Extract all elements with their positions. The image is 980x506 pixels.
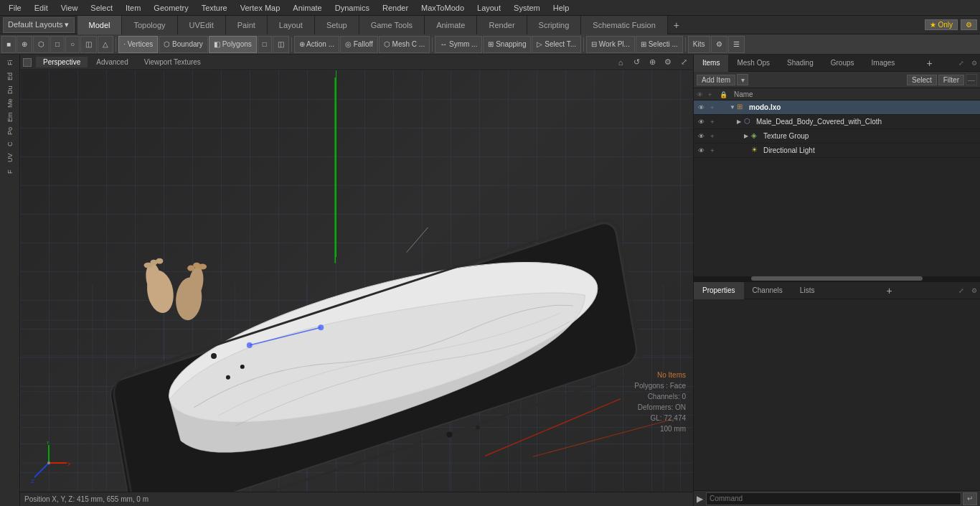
left-btn-ed[interactable]: Ed xyxy=(1,70,19,83)
tab-topology[interactable]: Topology xyxy=(122,16,177,34)
item-expand-icon[interactable]: ▶ xyxy=(737,118,744,125)
toolbar-icon4[interactable]: □ xyxy=(50,36,65,53)
menu-help[interactable]: Help xyxy=(547,0,575,16)
item-eye-icon[interactable]: 👁 xyxy=(695,131,707,142)
list-item[interactable]: 👁 + ▶ ◈ Texture Group xyxy=(694,129,980,144)
add-item-button[interactable]: Add Item xyxy=(697,75,735,85)
menu-maxtomodo[interactable]: MaxToModo xyxy=(415,0,470,16)
tab-schematic-fusion[interactable]: Schematic Fusion xyxy=(581,16,667,34)
properties-tab-add[interactable]: + xyxy=(881,285,898,296)
viewport-zoom-btn[interactable]: ⊕ xyxy=(646,56,659,69)
toolbar-icon6[interactable]: ◫ xyxy=(80,36,97,53)
viewport-rotate-btn[interactable]: ↺ xyxy=(630,56,643,69)
toolbar-icon3[interactable]: ⬡ xyxy=(33,36,50,53)
menu-view[interactable]: View xyxy=(55,0,84,16)
tab-add-button[interactable]: + xyxy=(668,18,685,32)
toolbar-select-icon[interactable]: ■ xyxy=(1,36,16,53)
left-btn-fi[interactable]: Fi xyxy=(1,56,19,69)
item-vis-icon[interactable]: + xyxy=(707,145,718,156)
items-tab-add[interactable]: + xyxy=(921,57,938,69)
settings-button[interactable]: ⚙ xyxy=(961,19,977,30)
menu-select[interactable]: Select xyxy=(85,0,118,16)
list-item[interactable]: 👁 + ▶ ☀ Directional Light xyxy=(694,144,980,158)
tab-game-tools[interactable]: Game Tools xyxy=(359,16,425,34)
toolbar-boundary-button[interactable]: ⬡ Boundary xyxy=(159,36,208,53)
toolbar-workplane-button[interactable]: ⊟ Work Pl... xyxy=(586,36,635,53)
select-button[interactable]: Select xyxy=(907,75,937,85)
tab-layout[interactable]: Layout xyxy=(268,16,315,34)
tab-properties[interactable]: Properties xyxy=(694,282,744,299)
menu-system[interactable]: System xyxy=(508,0,546,16)
item-lock-icon[interactable] xyxy=(718,102,730,113)
items-scrollbar[interactable] xyxy=(694,276,980,281)
toolbar-menu-button[interactable]: ☰ xyxy=(728,36,745,53)
toolbar-icon2[interactable]: ⊕ xyxy=(17,36,32,53)
layout-dropdown[interactable]: Default Layouts ▾ xyxy=(3,17,75,33)
viewport-canvas[interactable]: No Items Polygons : Face Channels: 0 Def… xyxy=(20,70,693,492)
item-eye-icon[interactable]: 👁 xyxy=(695,116,707,128)
left-btn-em[interactable]: Em xyxy=(1,111,19,123)
tab-channels[interactable]: Channels xyxy=(744,282,791,299)
toolbar-icon7[interactable]: △ xyxy=(98,36,113,53)
left-btn-c[interactable]: C xyxy=(1,138,19,151)
left-btn-uv[interactable]: UV xyxy=(1,151,19,164)
tab-render[interactable]: Render xyxy=(477,16,527,34)
menu-layout[interactable]: Layout xyxy=(471,0,507,16)
item-eye-icon[interactable]: 👁 xyxy=(695,102,707,113)
toolbar-falloff-button[interactable]: ◎ Falloff xyxy=(340,36,378,53)
item-vis-icon[interactable]: + xyxy=(707,102,718,113)
add-item-dropdown[interactable]: ▾ xyxy=(737,74,748,85)
item-lock-icon[interactable] xyxy=(718,116,730,128)
tab-items[interactable]: Items xyxy=(694,55,728,72)
toolbar-gear-button[interactable]: ⚙ xyxy=(711,36,727,53)
left-btn-me[interactable]: Me xyxy=(1,97,19,110)
tab-scripting[interactable]: Scripting xyxy=(527,16,582,34)
menu-geometry[interactable]: Geometry xyxy=(148,0,194,16)
toolbar-icon9[interactable]: ◫ xyxy=(273,36,289,53)
viewport-settings-btn[interactable]: ⚙ xyxy=(661,56,674,69)
tab-animate[interactable]: Animate xyxy=(425,16,477,34)
menu-render[interactable]: Render xyxy=(377,0,414,16)
panel-settings-btn[interactable]: ⚙ xyxy=(969,57,980,69)
toolbar-selecti-button[interactable]: ⊞ Selecti ... xyxy=(636,36,683,53)
toolbar-icon8[interactable]: □ xyxy=(258,36,272,53)
toolbar-action-button[interactable]: ⊕ Action ... xyxy=(294,36,339,53)
star-only-button[interactable]: ★ Only xyxy=(925,19,958,30)
list-item[interactable]: 👁 + ▼ ⊞ modo.lxo xyxy=(694,100,980,115)
toolbar-select-tool-button[interactable]: ▷ Select T... xyxy=(532,36,581,53)
scrollbar-thumb[interactable] xyxy=(751,276,923,281)
item-lock-icon[interactable] xyxy=(718,145,730,156)
item-eye-icon[interactable]: 👁 xyxy=(695,145,707,156)
toolbar-symm-button[interactable]: ↔ Symm ... xyxy=(435,36,482,53)
menu-animate[interactable]: Animate xyxy=(287,0,327,16)
tab-images[interactable]: Images xyxy=(863,55,904,72)
toolbar-icon5[interactable]: ○ xyxy=(65,36,80,53)
item-vis-icon[interactable]: + xyxy=(707,131,718,142)
viewport-home-btn[interactable]: ⌂ xyxy=(614,56,627,69)
items-settings-btn[interactable]: — xyxy=(966,74,977,85)
menu-item[interactable]: Item xyxy=(120,0,146,16)
menu-dynamics[interactable]: Dynamics xyxy=(329,0,375,16)
menu-file[interactable]: File xyxy=(3,0,27,16)
tab-uvedit[interactable]: UVEdit xyxy=(178,16,226,34)
panel-expand-btn[interactable]: ⤢ xyxy=(956,57,967,69)
viewport-tab-textures[interactable]: Viewport Textures xyxy=(137,57,208,67)
menu-texture[interactable]: Texture xyxy=(196,0,233,16)
toolbar-vertices-button[interactable]: · Vertices xyxy=(118,36,158,53)
tab-lists[interactable]: Lists xyxy=(791,282,824,299)
command-submit-btn[interactable]: ↵ xyxy=(963,492,977,505)
properties-settings-btn[interactable]: ⚙ xyxy=(969,285,980,296)
viewport-tab-advanced[interactable]: Advanced xyxy=(89,57,135,67)
toolbar-mesh-button[interactable]: ⬡ Mesh C ... xyxy=(379,36,430,53)
viewport-tab-perspective[interactable]: Perspective xyxy=(36,57,88,67)
filter-button[interactable]: Filter xyxy=(938,75,964,85)
toolbar-snapping-button[interactable]: ⊞ Snapping xyxy=(483,36,531,53)
tab-setup[interactable]: Setup xyxy=(315,16,359,34)
item-vis-icon[interactable]: + xyxy=(707,116,718,128)
left-btn-du[interactable]: Du xyxy=(1,83,19,96)
menu-vertex-map[interactable]: Vertex Map xyxy=(235,0,286,16)
list-item[interactable]: 👁 + ▶ ⬡ Male_Dead_Body_Covered_with_Clot… xyxy=(694,115,980,129)
viewport-menu-btn[interactable] xyxy=(23,58,32,67)
tab-model[interactable]: Model xyxy=(77,16,123,34)
left-btn-f[interactable]: F xyxy=(1,165,19,178)
